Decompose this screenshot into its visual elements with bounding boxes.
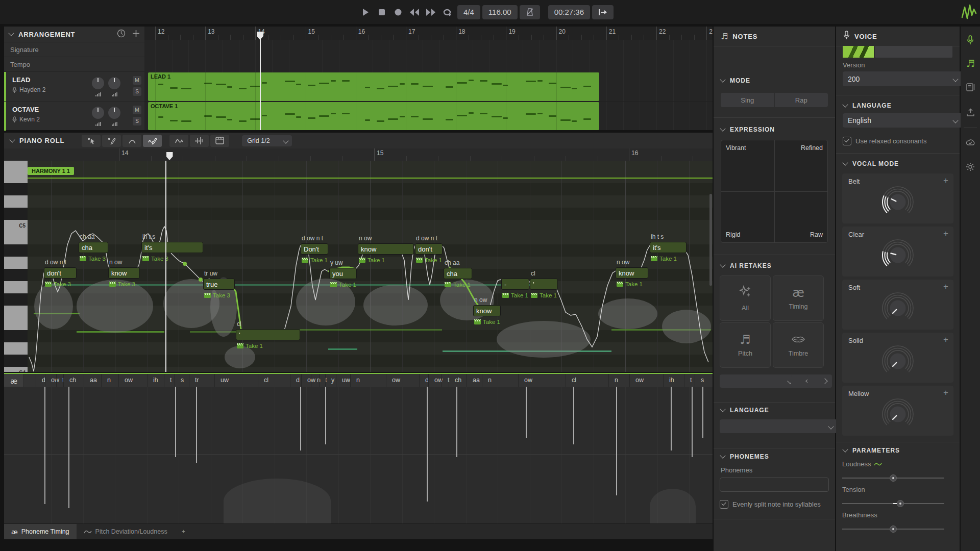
note-pencil-tool[interactable]: [102, 135, 121, 147]
knob[interactable]: [878, 183, 917, 221]
take-chip[interactable]: Take 1: [237, 343, 263, 349]
piano-key[interactable]: [4, 269, 28, 282]
take-chip[interactable]: Take 1: [651, 256, 677, 262]
voice-language-select[interactable]: English: [843, 113, 963, 128]
take-chip[interactable]: Take 1: [474, 319, 500, 325]
tab-add[interactable]: +: [175, 524, 192, 539]
add-automation-button[interactable]: +: [943, 388, 948, 398]
ai-retakes-section-header[interactable]: AI RETAKES: [721, 262, 772, 269]
add-automation-button[interactable]: +: [943, 335, 948, 345]
phoneme-segment[interactable]: n: [107, 377, 111, 384]
piano-key[interactable]: C4: [4, 367, 28, 372]
add-automation-button[interactable]: +: [943, 229, 948, 239]
note-phonemes[interactable]: n ow: [617, 259, 629, 266]
time-signature-field[interactable]: 4/4: [457, 5, 480, 19]
note-know[interactable]: know: [473, 305, 501, 316]
loop-button[interactable]: [440, 6, 454, 19]
phoneme-segment[interactable]: ow: [392, 377, 400, 384]
note-Dont[interactable]: Don't: [301, 243, 328, 255]
solo-button[interactable]: S: [133, 117, 141, 126]
note-dont[interactable]: don't: [44, 267, 77, 279]
tempo-field[interactable]: 116.00: [482, 5, 518, 19]
vocal-mode-section-header[interactable]: VOCAL MODE: [843, 160, 899, 167]
phoneme-segment[interactable]: ih: [153, 377, 158, 384]
timecode-display[interactable]: 00:27:36: [548, 5, 590, 19]
phoneme-segment[interactable]: aa: [90, 377, 97, 384]
note-cha[interactable]: cha: [79, 242, 108, 253]
phoneme-segment[interactable]: n: [356, 377, 360, 384]
mode-rap-option[interactable]: Rap: [775, 93, 828, 107]
knob[interactable]: [878, 342, 917, 381]
phoneme-segment[interactable]: ow: [524, 377, 532, 384]
vocal-mode-solid[interactable]: Solid+: [842, 333, 953, 383]
note-know[interactable]: know: [358, 243, 414, 255]
retake-timing-button[interactable]: æ Timing: [773, 276, 824, 321]
note-phonemes[interactable]: d ow n t: [302, 235, 323, 242]
settings-gear-icon[interactable]: [964, 161, 976, 173]
mode-section-header[interactable]: MODE: [721, 77, 750, 84]
arrangement-collapse-chevron[interactable]: [8, 30, 14, 36]
take-chip[interactable]: Take 1: [502, 292, 528, 298]
add-track-button[interactable]: [133, 30, 139, 39]
rewind-button[interactable]: [408, 6, 421, 19]
param-slider-breathiness[interactable]: [842, 525, 944, 533]
clip-octave-1[interactable]: OCTAVE 1: [148, 102, 599, 130]
phoneme-segment[interactable]: n: [488, 377, 492, 384]
piano-roll-ruler[interactable]: 141516: [4, 148, 713, 161]
phoneme-segment[interactable]: t: [170, 377, 172, 384]
piano-key[interactable]: C5: [4, 220, 28, 233]
mode-sing-option[interactable]: Sing: [721, 93, 775, 107]
jump-to-end-button[interactable]: [592, 5, 614, 19]
piano-key[interactable]: [4, 161, 28, 171]
note-phonemes[interactable]: d ow n t: [416, 235, 437, 242]
library-tab-icon[interactable]: [964, 81, 976, 93]
param-slider-tension[interactable]: [842, 500, 944, 507]
phoneme-segment[interactable]: ch: [455, 377, 461, 384]
parameter-lane[interactable]: [4, 387, 713, 523]
cloud-sync-icon[interactable]: [964, 136, 976, 148]
phoneme-segment[interactable]: uw: [220, 377, 229, 384]
vocal-mode-clear[interactable]: Clear+: [842, 227, 953, 277]
note-[interactable]: -: [501, 279, 529, 290]
piano-key[interactable]: [4, 195, 28, 208]
voice-name-field[interactable]: [875, 46, 952, 58]
select-tool[interactable]: [82, 135, 101, 147]
note-know[interactable]: know: [108, 267, 140, 279]
grid-select[interactable]: Grid 1/2: [242, 135, 292, 146]
fast-forward-button[interactable]: [424, 6, 437, 19]
note-[interactable]: ': [530, 279, 558, 290]
tempo-row[interactable]: Tempo: [4, 57, 144, 71]
take-chip[interactable]: Take 3: [80, 256, 106, 262]
signature-row[interactable]: Signature: [4, 42, 144, 57]
note-phonemes[interactable]: cl: [531, 270, 535, 277]
piano-key[interactable]: [4, 232, 28, 245]
note-phonemes[interactable]: n ow: [474, 296, 487, 304]
piano-key[interactable]: [4, 293, 28, 306]
metronome-toggle[interactable]: [520, 5, 540, 19]
notes-language-select[interactable]: [720, 419, 838, 433]
add-automation-button[interactable]: +: [943, 282, 948, 292]
piano-key[interactable]: [4, 342, 28, 355]
notes-language-section-header[interactable]: LANGUAGE: [721, 407, 769, 414]
pitch-pencil-tool[interactable]: [143, 135, 162, 147]
phoneme-segment[interactable]: tr: [195, 377, 199, 384]
note-phonemes[interactable]: d ow n t: [45, 259, 66, 266]
clip-lead-1[interactable]: LEAD 1: [148, 72, 599, 101]
notes-panel-tab-icon[interactable]: ♬: [964, 57, 976, 69]
add-automation-button[interactable]: +: [943, 176, 948, 186]
piano-key[interactable]: [4, 183, 28, 196]
piano-key[interactable]: [4, 208, 28, 220]
track-row-lead[interactable]: LEADHayden 2MS: [4, 71, 144, 101]
piano-key[interactable]: [4, 257, 28, 269]
solo-button[interactable]: S: [133, 87, 141, 96]
phoneme-timing-strip[interactable]: ædowtchaanowihtstruwcldowntyuwnowdowtcha…: [4, 373, 713, 388]
phonemes-input[interactable]: [720, 478, 829, 492]
play-button[interactable]: [359, 6, 372, 19]
param-slider-loudness[interactable]: [842, 474, 944, 482]
waveform-display-toggle[interactable]: [190, 135, 209, 147]
phoneme-segment[interactable]: t: [690, 377, 692, 384]
knob[interactable]: [878, 236, 917, 274]
pitch-display-toggle[interactable]: [169, 135, 188, 147]
volume-knob[interactable]: [92, 107, 104, 119]
arrangement-overdub-icon[interactable]: [117, 29, 126, 40]
